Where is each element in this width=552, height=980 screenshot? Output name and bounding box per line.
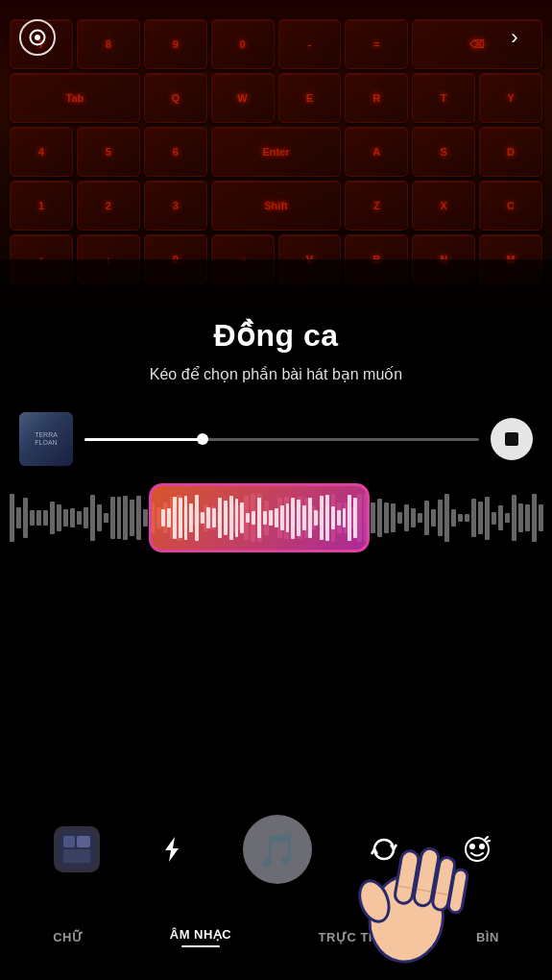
page-title: Đồng ca — [213, 317, 338, 354]
wave-bar — [418, 513, 422, 523]
active-tab-indicator — [181, 945, 220, 947]
wave-bar-selected — [229, 496, 233, 540]
wave-bar-selected — [263, 511, 267, 526]
wave-bar — [384, 502, 389, 532]
tab-am-nhac[interactable]: ÂM NHẠC — [160, 923, 242, 951]
wave-bar-selected — [331, 506, 335, 529]
key: Z — [345, 181, 408, 231]
svg-rect-14 — [77, 836, 90, 847]
progress-bar[interactable] — [84, 438, 479, 441]
wave-bar — [404, 504, 409, 531]
key: T — [412, 73, 475, 123]
key: 3 — [144, 181, 207, 231]
main-content: Đồng ca Kéo để chọn phần bài hát bạn muố… — [0, 317, 552, 556]
wave-bar — [411, 508, 416, 527]
key: S — [412, 127, 475, 177]
wave-bar — [84, 507, 88, 527]
next-button[interactable]: › — [496, 19, 533, 56]
key-shift: Shift — [211, 181, 342, 231]
wave-bar — [110, 497, 115, 539]
wave-bar — [77, 511, 82, 525]
key-tab: Tab — [10, 73, 140, 123]
wave-bar-selected — [179, 498, 182, 539]
key: 1 — [10, 181, 73, 231]
wave-bar-selected — [252, 511, 255, 525]
wave-bar — [512, 495, 516, 542]
key: W — [211, 73, 275, 123]
wave-bar — [63, 509, 68, 527]
wave-bar — [532, 494, 537, 542]
wave-bar — [471, 499, 476, 536]
wave-bar — [70, 508, 75, 528]
gallery-thumbnail[interactable] — [54, 826, 100, 872]
wave-bar — [397, 512, 402, 525]
album-art: TERRA FLOAN — [19, 412, 73, 466]
wave-bar — [123, 496, 128, 540]
wave-bar-selected — [167, 508, 171, 528]
svg-point-1 — [35, 35, 40, 40]
svg-marker-15 — [165, 837, 179, 862]
wave-bar — [57, 504, 61, 532]
album-text-2: FLOAN — [35, 439, 58, 447]
wave-bar — [117, 497, 122, 539]
wave-bar — [377, 499, 382, 538]
wave-bar-selected — [275, 508, 278, 527]
key-enter: Enter — [211, 127, 342, 177]
wave-bar-selected — [212, 508, 216, 527]
key: 6 — [144, 127, 207, 177]
waveform-selected-window[interactable] — [149, 483, 370, 552]
key: 4 — [10, 127, 73, 177]
key: 5 — [77, 127, 140, 177]
wave-bar — [391, 503, 396, 532]
wave-bar-selected — [224, 501, 228, 535]
wave-bar — [485, 497, 490, 540]
wave-bar-selected — [240, 502, 244, 533]
album-text-1: TERRA — [35, 431, 58, 439]
wave-bar-selected — [161, 509, 165, 527]
wave-bar — [492, 512, 496, 525]
wave-bar — [444, 494, 449, 543]
wave-bar-selected — [291, 498, 295, 539]
wave-bar — [431, 509, 436, 527]
stop-icon — [505, 432, 518, 446]
wave-bar-selected — [195, 495, 199, 542]
settings-icon[interactable] — [19, 19, 56, 56]
wave-bar-selected — [325, 495, 329, 542]
wave-bar — [478, 502, 483, 534]
wave-bar — [104, 513, 108, 524]
key: 2 — [77, 181, 140, 231]
wave-bar — [518, 503, 523, 531]
tab-chu[interactable]: CHỮ — [43, 926, 92, 948]
wave-bar — [505, 513, 510, 523]
key: D — [479, 127, 542, 177]
wave-bar — [371, 502, 375, 532]
wave-bar — [90, 495, 95, 540]
wave-bar — [525, 504, 530, 531]
key: X — [412, 181, 475, 231]
wave-bar-selected — [308, 498, 312, 538]
wave-bar — [451, 509, 456, 526]
wave-bar — [424, 501, 429, 535]
wave-bar-selected — [246, 513, 250, 523]
wave-bar — [458, 514, 463, 522]
wave-bar-selected — [206, 507, 210, 528]
track-row: TERRA FLOAN — [0, 412, 552, 466]
wave-bar-selected — [218, 498, 222, 539]
key: Q — [144, 73, 207, 123]
wave-bar — [16, 507, 21, 528]
waveform-area[interactable] — [0, 479, 552, 556]
wave-bar-selected — [286, 503, 290, 532]
progress-dot — [197, 433, 208, 445]
music-button[interactable]: 🎵 — [243, 815, 312, 884]
wave-bar-selected — [343, 508, 347, 527]
key: E — [278, 73, 342, 123]
wave-bar-selected — [257, 498, 261, 539]
wave-bar-selected — [337, 510, 341, 526]
svg-rect-12 — [63, 849, 90, 863]
effects-button[interactable] — [151, 828, 193, 870]
key: C — [479, 181, 542, 231]
key: Y — [479, 73, 542, 123]
stop-button[interactable] — [491, 418, 533, 460]
wave-bar — [136, 496, 141, 541]
wave-bar-selected — [201, 512, 204, 524]
